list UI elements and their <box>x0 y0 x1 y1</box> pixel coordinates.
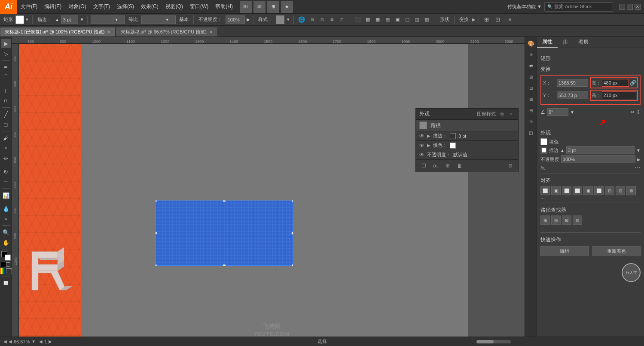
y-input[interactable] <box>557 91 588 99</box>
align-l[interactable]: ⬛ <box>353 15 363 24</box>
curvature-tool[interactable]: ⌒ <box>1 73 11 82</box>
appearance-panel-tab2[interactable]: 图形样式 <box>477 111 496 117</box>
panel-more-btn[interactable]: ≡ <box>508 111 515 118</box>
blob-brush-tool[interactable]: ✦ <box>1 143 11 153</box>
stroke-up-arrow[interactable]: ▲ <box>560 148 565 153</box>
stroke-down-icon[interactable]: ▼ <box>80 17 84 22</box>
panel-more[interactable]: ≡ <box>509 17 512 22</box>
zoom-prev-btn[interactable]: ◀ <box>3 339 7 344</box>
expand-icon[interactable]: ⊞ <box>526 72 536 82</box>
group-button[interactable]: 编组 <box>540 246 589 256</box>
star-icon[interactable]: ★ <box>281 1 293 13</box>
w-input[interactable] <box>602 79 629 87</box>
align-m[interactable]: ▣ <box>393 15 402 24</box>
ap-delete2-btn[interactable]: ⊖ <box>506 161 515 170</box>
doc-tab-1[interactable]: 未标题-1 [已恢复].ai* @ 100% (RGB/GPU 预览) ✕ <box>0 27 115 36</box>
align-b[interactable]: ▢ <box>403 15 412 24</box>
line-tool[interactable]: ╱ <box>1 109 11 119</box>
color-swatches[interactable] <box>1 251 11 261</box>
globe-icon[interactable]: 🌐 <box>297 15 306 24</box>
color-mode[interactable] <box>0 268 6 274</box>
chart-tool[interactable]: 📊 <box>1 191 11 200</box>
doc-tab-2[interactable]: 未标题-2.ai* @ 66.67% (RGB/GPU 预览) ✕ <box>116 27 217 36</box>
more-icon[interactable]: ⊡ <box>493 15 503 24</box>
align-dv[interactable]: ▧ <box>422 15 432 24</box>
menu-object[interactable]: 对象(O) <box>65 0 89 13</box>
align-center-v-btn[interactable]: ▣ <box>583 186 593 195</box>
angle-dropdown[interactable]: ▼ <box>570 110 574 115</box>
tab-layers[interactable]: 图层 <box>573 37 594 48</box>
ap-add-item-btn[interactable]: ☐ <box>419 161 428 170</box>
bridge-icon[interactable]: Br <box>240 1 252 13</box>
ap-fill-swatch[interactable] <box>450 143 456 149</box>
fill-icon[interactable] <box>1 262 6 267</box>
direct-selection-tool[interactable]: ▷ <box>1 49 11 58</box>
dist-more-btn[interactable]: ⊠ <box>626 186 636 195</box>
page-prev-btn[interactable]: ◀ <box>39 339 43 344</box>
dist-v-btn[interactable]: ⊟ <box>616 186 625 195</box>
stroke-icon[interactable] <box>6 262 10 267</box>
zoom-tool[interactable]: 🔍 <box>1 228 11 237</box>
line-select[interactable]: ─────▼ <box>91 15 125 24</box>
align-center-h-btn[interactable]: ▣ <box>551 186 561 195</box>
stroke-up-icon[interactable]: ▲ <box>55 17 59 22</box>
ap-fx-btn[interactable]: fx. <box>431 161 440 170</box>
close-button[interactable]: ✕ <box>635 4 641 10</box>
paintbrush-tool[interactable]: 🖌 <box>1 133 11 143</box>
flip-h-icon[interactable]: ⇔ <box>630 109 635 115</box>
recolor-button[interactable]: 重新着色 <box>592 246 641 256</box>
zoom-level[interactable]: 66.67% <box>14 339 30 344</box>
opacity-arrow-rp[interactable]: ▶ <box>637 157 641 162</box>
stock-icon[interactable]: St <box>253 1 266 13</box>
align-t[interactable]: ⊟ <box>317 15 327 24</box>
align-bottom-btn[interactable]: ⬜ <box>594 186 604 195</box>
x-input[interactable] <box>557 79 588 87</box>
tab-library[interactable]: 库 <box>558 37 573 48</box>
transform-icon[interactable]: ⊡ <box>526 83 536 93</box>
none-mode[interactable] <box>6 268 12 274</box>
dist-h-btn[interactable]: ⊟ <box>605 186 614 195</box>
ap-fill-arrow[interactable]: ▶ <box>427 143 430 148</box>
align-top-btn[interactable]: ⬜ <box>573 186 582 195</box>
menu-help[interactable]: 帮助(H) <box>212 0 236 13</box>
rect-tool[interactable]: □ <box>1 120 11 129</box>
blend-tool[interactable]: ∞ <box>1 214 11 224</box>
opacity-value-input[interactable] <box>561 155 635 163</box>
stroke-swatch[interactable] <box>540 147 547 154</box>
menu-view[interactable]: 视图(Q) <box>162 0 186 13</box>
zoom-prev2-btn[interactable]: ◀ <box>9 339 12 344</box>
swap-icon[interactable]: ⇄ <box>526 61 536 70</box>
pf-exclude-btn[interactable]: ⊡ <box>573 215 582 225</box>
color-wheel-icon[interactable]: 🎨 <box>526 39 536 48</box>
style-dropdown[interactable]: ▼ <box>286 17 290 22</box>
pencil-tool[interactable]: ✏ <box>1 154 11 163</box>
menu-edit[interactable]: 编辑(E) <box>41 0 65 13</box>
align-dh[interactable]: ▥ <box>412 15 422 24</box>
stroke-value-input[interactable] <box>566 146 635 154</box>
more-dots-rp[interactable]: ⋯ <box>635 164 641 171</box>
menu-window[interactable]: 窗口(W) <box>186 0 212 13</box>
line2-select[interactable]: ─────▼ <box>141 15 176 24</box>
align-right-btn[interactable]: ⬜ <box>562 186 571 195</box>
angle-input[interactable] <box>547 108 568 116</box>
pf-intersect-btn[interactable]: ⊠ <box>562 215 571 225</box>
align-r[interactable]: ▦ <box>373 15 382 24</box>
fill-swatch[interactable] <box>540 138 547 145</box>
pathfinder-icon[interactable]: ⊠ <box>526 94 536 104</box>
shape-color-swatch[interactable] <box>15 15 24 24</box>
lock-aspect-icon[interactable]: 🔗 <box>630 80 636 86</box>
canvas[interactable]: 飞特网 FEVTE.COM <box>19 44 525 346</box>
ap-stroke-swatch[interactable] <box>450 133 456 139</box>
align-more-btn[interactable]: ⋯ <box>540 196 641 201</box>
eyedropper-tool[interactable]: 💧 <box>1 204 11 213</box>
style-swatch[interactable] <box>276 15 284 24</box>
layer-icon[interactable]: ◫ <box>526 128 536 137</box>
align-icon[interactable]: ⊟ <box>526 106 536 115</box>
symbol-icon[interactable]: ⊕ <box>526 50 536 59</box>
align-c[interactable]: ▩ <box>363 15 372 24</box>
restore-button[interactable]: □ <box>627 4 633 10</box>
align-t2[interactable]: ▤ <box>383 15 392 24</box>
workspace-label[interactable]: 传统基本功能 ▼ <box>507 3 542 10</box>
transform-arrow[interactable]: ▶ <box>472 17 476 22</box>
warp-tool[interactable]: 〰 <box>1 177 11 187</box>
